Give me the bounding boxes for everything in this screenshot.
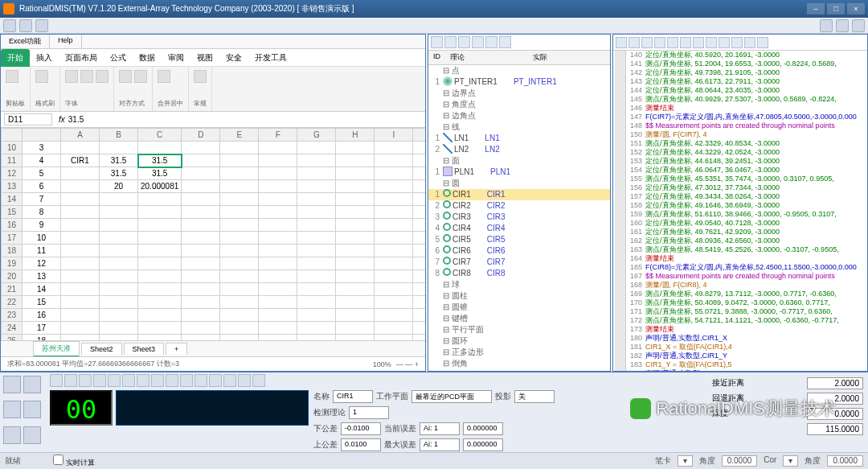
code-btn[interactable] bbox=[731, 37, 743, 48]
ribbon-tab[interactable]: 视图 bbox=[190, 49, 219, 67]
italic-icon[interactable] bbox=[80, 70, 93, 83]
code-btn[interactable] bbox=[706, 37, 717, 48]
projection-select[interactable]: 关 bbox=[514, 390, 555, 403]
zoom-level[interactable]: 100% bbox=[373, 360, 391, 368]
ribbon-tab[interactable]: 页面布局 bbox=[59, 49, 104, 67]
run-icon[interactable] bbox=[641, 37, 653, 48]
depth-field[interactable]: 0.0000 bbox=[807, 408, 863, 420]
btb-icon[interactable] bbox=[137, 374, 149, 387]
toolbar-btn[interactable] bbox=[35, 19, 48, 32]
ribbon-tab-home[interactable]: 开始 bbox=[1, 49, 30, 67]
palette-icon[interactable] bbox=[23, 376, 41, 393]
btb-icon[interactable] bbox=[93, 374, 106, 387]
feature-tree[interactable]: ⊟ 点1PT_INTER1PT_INTER1⊟ 边界点⊟ 角度点⊟ 边角点⊟ 线… bbox=[428, 65, 610, 371]
btb-icon[interactable] bbox=[122, 374, 135, 387]
code-btn[interactable] bbox=[693, 37, 704, 48]
approach-field[interactable]: 2.0000 bbox=[807, 377, 863, 389]
code-btn[interactable] bbox=[757, 37, 768, 48]
program-code-panel: 140定位/直角坐标, 40.5920, 20.1691, -3.0000141… bbox=[612, 34, 868, 372]
merge-icon[interactable] bbox=[158, 70, 170, 83]
tree-btn[interactable] bbox=[472, 36, 484, 48]
sheet-tab[interactable]: 苏州天准 bbox=[33, 341, 80, 357]
sheet-tab[interactable]: Sheet2 bbox=[81, 343, 122, 355]
lower-tol-field[interactable]: -0.0100 bbox=[341, 422, 381, 435]
btb-icon[interactable] bbox=[180, 374, 193, 387]
sheet-tab[interactable]: Sheet3 bbox=[124, 343, 165, 355]
number-icon[interactable] bbox=[194, 70, 207, 83]
probe-params: 接近距离2.0000 回退距离2.0000 深度0.0000 115.0000 bbox=[707, 372, 868, 452]
code-editor[interactable]: 140定位/直角坐标, 40.5920, 20.1691, -3.0000141… bbox=[613, 51, 867, 371]
format-painter-icon[interactable] bbox=[35, 70, 48, 83]
code-btn[interactable] bbox=[719, 37, 730, 48]
upper-tol-field[interactable]: 0.0100 bbox=[341, 438, 381, 451]
dro-display: 00 bbox=[50, 390, 113, 426]
btb-icon[interactable] bbox=[64, 374, 77, 387]
cur-err-field: Ai: 1 bbox=[420, 422, 460, 435]
excel-tab[interactable]: Excel功能 bbox=[1, 35, 50, 48]
retract-field[interactable]: 2.0000 bbox=[807, 393, 863, 405]
tree-btn[interactable] bbox=[499, 36, 511, 48]
align-icon[interactable] bbox=[134, 70, 147, 83]
param4-field[interactable]: 115.0000 bbox=[807, 423, 863, 435]
ribbon-tab-strip: 开始 插入 页面布局 公式 数据 审阅 视图 安全 开发工具 bbox=[1, 49, 425, 67]
tree-toolbar bbox=[428, 35, 610, 51]
tree-btn[interactable] bbox=[444, 36, 457, 48]
stop-icon[interactable] bbox=[654, 37, 665, 48]
toolbar-btn[interactable] bbox=[3, 19, 16, 32]
tree-btn[interactable] bbox=[458, 36, 470, 48]
btb-icon[interactable] bbox=[223, 374, 236, 387]
close-icon[interactable]: × bbox=[847, 3, 865, 14]
step-icon[interactable] bbox=[667, 37, 678, 48]
toolbar-btn[interactable] bbox=[852, 19, 865, 32]
palette-icon[interactable] bbox=[3, 401, 21, 418]
fx-icon[interactable]: fx bbox=[55, 115, 68, 124]
btb-icon[interactable] bbox=[209, 374, 222, 387]
btb-icon[interactable] bbox=[108, 374, 121, 387]
btb-icon[interactable] bbox=[194, 374, 207, 387]
paste-icon[interactable] bbox=[6, 70, 18, 83]
ribbon-tab[interactable]: 数据 bbox=[133, 49, 162, 67]
toolbar-btn[interactable] bbox=[19, 19, 32, 32]
add-sheet-button[interactable]: + bbox=[166, 343, 187, 355]
ribbon-tab[interactable]: 开发工具 bbox=[248, 49, 293, 67]
bold-icon[interactable] bbox=[65, 70, 78, 83]
underline-icon[interactable] bbox=[96, 70, 108, 83]
min-icon[interactable]: – bbox=[807, 3, 825, 14]
align-icon[interactable] bbox=[119, 70, 132, 83]
ribbon-tab[interactable]: 安全 bbox=[219, 49, 248, 67]
nomcheck-field[interactable]: 1 bbox=[349, 406, 389, 419]
save-icon[interactable] bbox=[616, 37, 627, 48]
realtime-checkbox[interactable] bbox=[53, 455, 63, 465]
bottom-dashboard: 00 名称CIR1 工作平面最靠近的PCD平面 投影关 检测理论1 下公差-0.… bbox=[0, 372, 868, 452]
max-icon[interactable]: □ bbox=[827, 3, 845, 14]
ribbon-tab[interactable]: 公式 bbox=[104, 49, 133, 67]
btb-icon[interactable] bbox=[166, 374, 178, 387]
probe-icon[interactable] bbox=[50, 374, 63, 387]
btb-icon[interactable] bbox=[252, 374, 265, 387]
toolbar-btn[interactable] bbox=[820, 19, 833, 32]
ribbon-tab[interactable]: 审阅 bbox=[162, 49, 190, 67]
palette-icon[interactable] bbox=[3, 376, 21, 393]
open-icon[interactable] bbox=[628, 37, 640, 48]
palette-icon[interactable] bbox=[23, 426, 41, 444]
ribbon-tab[interactable]: 插入 bbox=[30, 49, 59, 67]
tree-btn[interactable] bbox=[431, 36, 443, 48]
cell-reference[interactable]: D11 bbox=[4, 113, 52, 125]
spreadsheet-grid[interactable]: ABCDEFGHIJK103114CIR131.531.512531.531.5… bbox=[1, 128, 425, 340]
toolbar-btn[interactable] bbox=[836, 19, 849, 32]
code-btn[interactable] bbox=[744, 37, 755, 48]
palette-icon[interactable] bbox=[23, 401, 41, 418]
tree-btn[interactable] bbox=[485, 36, 497, 48]
code-btn[interactable] bbox=[680, 37, 691, 48]
formula-value[interactable]: 31.5 bbox=[68, 115, 84, 124]
palette-icon[interactable] bbox=[3, 426, 21, 444]
btb-icon[interactable] bbox=[151, 374, 164, 387]
workplane-select[interactable]: 最靠近的PCD平面 bbox=[411, 390, 492, 403]
btb-icon[interactable] bbox=[79, 374, 92, 387]
btb-icon[interactable] bbox=[238, 374, 251, 387]
excel-tab[interactable]: Help bbox=[50, 35, 82, 48]
feat-name-field[interactable]: CIR1 bbox=[333, 390, 373, 403]
tree-header: ID 理论 实际 bbox=[428, 51, 610, 65]
aggregate-status: 求和=83.000081 平均值=27.66669366666667 计数=3 bbox=[7, 359, 179, 369]
main-toolbar bbox=[0, 18, 868, 34]
